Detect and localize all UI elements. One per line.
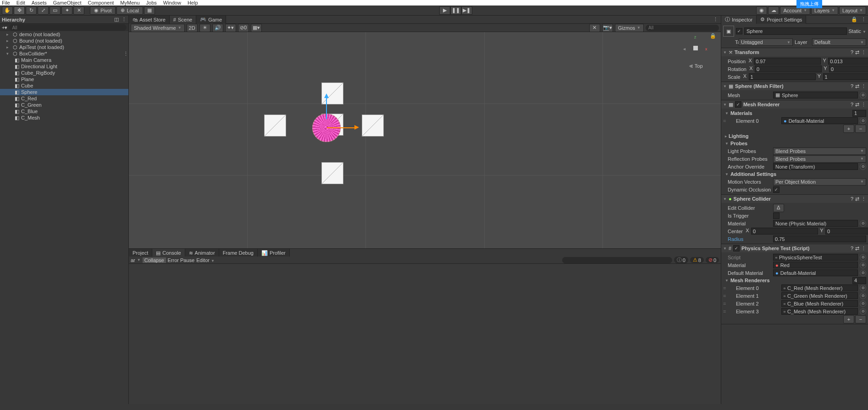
fx-toggle-button[interactable]: ✦▾ [225,24,236,32]
help-icon[interactable]: ? [851,196,853,202]
script-material-field[interactable]: ●Red [773,262,858,268]
scale-y-input[interactable] [823,73,868,80]
menu-window[interactable]: Window [163,0,181,5]
mesh-renderer-enable-checkbox[interactable]: ✓ [735,101,741,108]
play-button[interactable]: ▶ [439,6,450,15]
tabs-menu-icon[interactable]: ⋮ [710,16,721,22]
help-icon[interactable]: ? [851,49,853,55]
material-element-field[interactable]: ●Default-Material [781,117,858,124]
object-picker-button[interactable]: ⊙ [860,301,866,307]
cloud-button[interactable]: ☁ [768,6,779,15]
hierarchy-dock-icon[interactable]: ◫ [114,16,119,22]
error-count-badge[interactable]: ⊘0 [706,257,719,263]
scene-cube[interactable] [362,115,384,137]
warn-count-badge[interactable]: ⚠8 [690,257,704,263]
menu-assets[interactable]: Assets [32,0,47,5]
hierarchy-item[interactable]: ◧C_Mesh [0,115,128,121]
tab-inspector[interactable]: ⓘInspector [721,16,757,24]
component-menu-icon[interactable]: ⋮ [861,246,866,251]
console-log-area[interactable] [129,264,721,404]
tab-animator[interactable]: ≋Animator [185,249,219,257]
scale-x-input[interactable] [749,73,816,80]
object-picker-button[interactable]: ⊙ [860,270,866,276]
tab-scene[interactable]: #Scene [170,16,196,24]
info-count-badge[interactable]: ⓘ0 [674,257,688,263]
orientation-gizmo[interactable]: x z ◄ ⫷ Top 🔒 [684,37,707,60]
scene-viewport[interactable]: x z ◄ ⫷ Top 🔒 [129,32,721,248]
snap-button[interactable]: ▦ [144,6,155,15]
scene-item-active[interactable]: ▾⬡BoxCollider*⋮ [0,50,128,57]
shading-mode-dropdown[interactable]: Shaded Wireframe▼ [131,24,185,32]
hierarchy-list[interactable]: ▸⬡demo (not loaded) ▸⬡Bound (not loaded)… [0,31,128,404]
position-y-input[interactable] [828,58,868,65]
preset-icon[interactable]: ⇄ [855,102,859,108]
gameobject-active-checkbox[interactable]: ✓ [736,28,742,34]
menu-jobs[interactable]: Jobs [146,0,157,5]
layer-dropdown[interactable]: Default▼ [812,38,866,46]
object-picker-button[interactable]: ⊙ [860,293,866,299]
preset-icon[interactable]: ⇄ [855,196,859,202]
grid-toggle-button[interactable]: ▦▾ [251,24,262,32]
help-icon[interactable]: ? [851,83,853,89]
collab-button[interactable]: ◉ [756,6,767,15]
preset-icon[interactable]: ⇄ [855,49,859,55]
object-picker-button[interactable]: ⊙ [860,285,866,291]
step-button[interactable]: ▶❚ [461,6,472,15]
rotation-x-input[interactable] [755,66,822,72]
hierarchy-menu-icon[interactable]: ⋮ [122,16,127,22]
scene-menu-icon[interactable]: ⋮ [123,51,128,57]
help-icon[interactable]: ? [851,246,853,251]
hierarchy-search-input[interactable] [9,24,127,31]
menu-gameobject[interactable]: GameObject [53,0,82,5]
mesh-field[interactable]: ▦Sphere [773,92,858,98]
menu-help[interactable]: Help [188,0,198,5]
edit-collider-button[interactable]: ᐃ [773,204,784,212]
2d-toggle-button[interactable]: 2D [187,24,198,32]
physic-material-field[interactable]: None (Physic Material) [773,220,858,227]
layout-dropdown[interactable]: Layout▼ [839,6,866,15]
anchor-override-field[interactable]: None (Transform) [773,163,858,170]
object-picker-button[interactable]: ⊙ [860,118,866,124]
object-picker-button[interactable]: ⊙ [860,262,866,268]
add-element-button[interactable]: + [843,315,854,323]
lighting-toggle-button[interactable]: ☀ [199,24,210,32]
radius-input[interactable] [773,235,866,242]
tab-game[interactable]: 🎮Game [196,16,226,24]
menu-component[interactable]: Component [88,0,114,5]
collapse-toggle[interactable]: Collapse [143,257,166,263]
light-probes-dropdown[interactable]: Blend Probes▼ [773,148,866,155]
object-picker-button[interactable]: ⊙ [860,92,866,98]
center-x-input[interactable] [751,228,818,235]
scene-item-dim[interactable]: ▸⬡Bound (not loaded) [0,38,128,44]
rect-tool-button[interactable]: ▭ [50,6,61,15]
menu-file[interactable]: File [2,0,10,5]
custom-tool-button[interactable]: ✕ [73,6,84,15]
hierarchy-item[interactable]: ◧C_Blue [0,108,128,115]
pause-button[interactable]: ❚❚ [450,6,461,15]
scene-search-input[interactable] [646,25,719,31]
tab-profiler[interactable]: 📊Profiler [258,249,290,257]
upload-badge[interactable]: 拖拽上傳 [796,0,822,8]
hierarchy-item[interactable]: ◧C_Green [0,102,128,108]
hand-tool-button[interactable]: ✋ [2,6,13,15]
gameobject-name-input[interactable] [744,27,847,35]
gizmos-dropdown[interactable]: Gizmos▼ [615,24,644,32]
tab-asset-store[interactable]: 🛍Asset Store [129,16,170,24]
reflection-probes-dropdown[interactable]: Blend Probes▼ [773,155,866,163]
transform-tool-button[interactable]: ✦ [61,6,72,15]
component-menu-icon[interactable]: ⋮ [861,196,866,202]
center-y-input[interactable] [825,228,868,235]
pivot-toggle-button[interactable]: ◉Pivot [90,6,116,15]
hierarchy-item-selected[interactable]: ◧Sphere [0,89,128,95]
remove-element-button[interactable]: − [855,125,866,133]
inspector-menu-icon[interactable]: ⋮ [859,16,868,22]
tab-console[interactable]: ▤Console [152,249,185,257]
remove-element-button[interactable]: − [855,315,866,323]
default-material-field[interactable]: ●Default-Material [773,269,858,276]
editor-dropdown[interactable]: Editor ▼ [196,257,215,263]
hierarchy-item[interactable]: ◧Cube_RigBody [0,70,128,76]
component-menu-icon[interactable]: ⋮ [861,102,866,108]
static-dropdown[interactable]: Static ▼ [849,28,867,34]
camera-settings-button[interactable]: ✕ [589,24,600,32]
motion-vectors-dropdown[interactable]: Per Object Motion▼ [773,178,866,186]
